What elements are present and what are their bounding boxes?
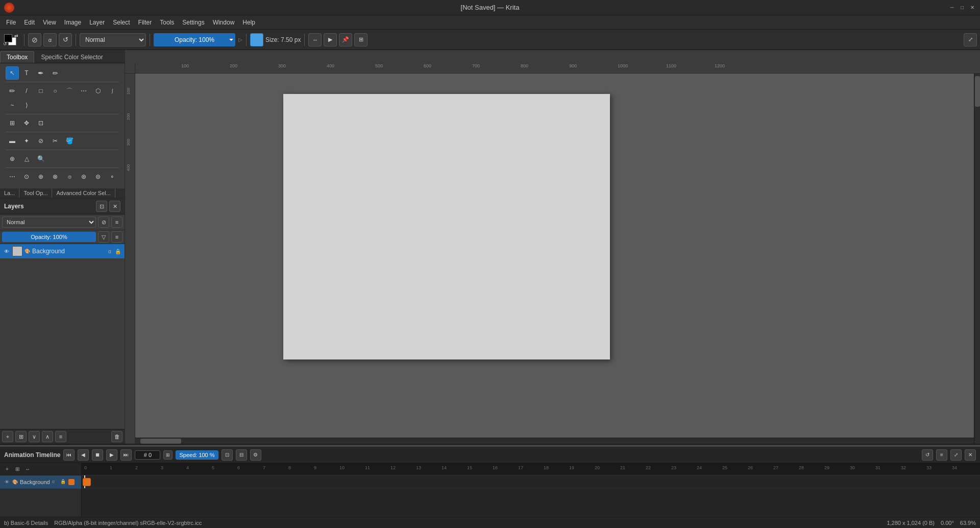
menu-edit[interactable]: Edit	[20, 17, 39, 28]
tool-move[interactable]: ✥	[20, 116, 33, 130]
canvas-viewport[interactable]	[135, 74, 980, 444]
right-scrollbar-thumb[interactable]	[975, 76, 980, 107]
mirror-h-btn[interactable]: ↔	[308, 33, 322, 46]
anim-last-btn[interactable]: ⏭	[120, 449, 132, 461]
opacity-slider[interactable]: Opacity: 100%	[154, 33, 235, 46]
tool-polyline[interactable]: ⋯	[77, 84, 90, 98]
sub-tab-layers[interactable]: La...	[0, 188, 19, 198]
layer-mode-select[interactable]: Normal	[2, 217, 96, 228]
anim-stop-btn[interactable]: ⏹	[92, 449, 103, 461]
layer-opacity-bar[interactable]: Opacity: 100%	[2, 232, 96, 242]
drawing-canvas[interactable]	[283, 94, 610, 359]
menu-layer[interactable]: Layer	[85, 17, 109, 28]
tool-brush[interactable]: ✏	[6, 84, 19, 98]
speed-display[interactable]: Speed: 100 %	[176, 450, 218, 460]
layer-opacity-menu-btn[interactable]: ▽	[98, 231, 109, 243]
tool-fill[interactable]: 🪣	[63, 134, 76, 148]
layer-move-up-btn[interactable]: ∧	[42, 431, 53, 442]
menu-filter[interactable]: Filter	[134, 17, 156, 28]
play-btn[interactable]: ▶	[324, 33, 337, 46]
brush-mode-select[interactable]: Normal	[80, 33, 146, 46]
tool-select-brush[interactable]: ∘	[106, 170, 119, 183]
anim-prev-btn[interactable]: ◀	[78, 449, 89, 461]
menu-tools[interactable]: Tools	[156, 17, 178, 28]
layer-options-btn[interactable]: ≡	[111, 231, 122, 243]
refresh-btn[interactable]: ↺	[59, 33, 72, 46]
tool-smart-patch[interactable]: ✏	[48, 66, 62, 80]
layer-delete-btn[interactable]: 🗑	[111, 431, 122, 442]
tool-rect[interactable]: □	[34, 84, 47, 98]
anim-unlink-btn[interactable]: ⊟	[236, 449, 247, 461]
foreground-color[interactable]	[4, 34, 12, 42]
frame-number-display[interactable]: # 0	[135, 450, 160, 460]
right-scrollbar[interactable]	[974, 74, 980, 444]
tool-select-shape[interactable]: ↖	[6, 66, 19, 80]
menu-select[interactable]: Select	[109, 17, 134, 28]
layer-visibility-toggle[interactable]: 👁	[3, 248, 10, 255]
bottom-scrollbar[interactable]	[135, 438, 974, 444]
tool-assistant[interactable]: △	[20, 152, 33, 165]
keyframe-background-0[interactable]	[83, 478, 91, 486]
menu-window[interactable]: Window	[209, 17, 239, 28]
close-btn[interactable]: ✕	[969, 4, 976, 11]
color-picker-btn[interactable]	[250, 33, 263, 46]
tool-freehand[interactable]: ~	[6, 99, 19, 112]
grid-btn[interactable]: ⊞	[354, 33, 368, 46]
tool-select-polygon[interactable]: ⊕	[34, 170, 47, 183]
track-scrub-btn[interactable]: ↔	[23, 465, 32, 473]
expand-btn[interactable]: ⤢	[964, 33, 977, 46]
color-swatches[interactable]: ↺ ⇄	[3, 33, 18, 46]
tool-polygon[interactable]: ⬡	[91, 84, 105, 98]
anim-clone-btn[interactable]: ⊡	[222, 449, 233, 461]
minimize-btn[interactable]: ─	[948, 4, 955, 11]
canvas-area[interactable]: 100 200 300 400 500 600 700 800 900 1000…	[125, 63, 980, 444]
tab-specific-color[interactable]: Specific Color Selector	[34, 51, 109, 63]
tool-dynamic-brush[interactable]: ⟩	[20, 99, 33, 112]
tool-ellipse[interactable]: ○	[48, 84, 62, 98]
menu-settings[interactable]: Settings	[178, 17, 208, 28]
layer-filter-btn[interactable]: ⊘	[98, 217, 109, 228]
tool-select-rect[interactable]: ⋯	[6, 170, 19, 183]
pin-btn[interactable]: 📌	[339, 33, 352, 46]
bottom-scrollbar-thumb[interactable]	[140, 439, 181, 444]
erase-btn[interactable]: ⊘	[28, 33, 41, 46]
anim-close-btn[interactable]: ✕	[965, 449, 976, 461]
anim-play-btn[interactable]: ▶	[106, 449, 117, 461]
layer-add-group-btn[interactable]: ⊞	[15, 431, 27, 442]
anim-settings-btn[interactable]: ⚙	[250, 449, 261, 461]
tool-gradient[interactable]: ▬	[6, 134, 19, 148]
tool-select-bezier[interactable]: ⊛	[77, 170, 90, 183]
tool-bezier[interactable]: ∫	[106, 84, 119, 98]
tool-line[interactable]: /	[20, 84, 33, 98]
tool-select-contiguous[interactable]: ⊗	[48, 170, 62, 183]
track-row-background[interactable]: 👁 🎨 Background α 🔒	[0, 475, 81, 489]
sub-tab-advanced-color[interactable]: Advanced Color Sel...	[52, 188, 115, 198]
restore-btn[interactable]: □	[959, 4, 966, 11]
tab-toolbox[interactable]: Toolbox	[0, 51, 34, 63]
tool-select-similar[interactable]: ⌾	[63, 170, 76, 183]
tool-select-magnetic[interactable]: ⊜	[91, 170, 105, 183]
tool-crop[interactable]: ⊡	[34, 116, 47, 130]
anim-menu-btn[interactable]: ≡	[936, 449, 947, 461]
track-vis-icon[interactable]: 👁	[3, 478, 10, 486]
tool-zoom[interactable]: 🔍	[34, 152, 47, 165]
sub-tab-tool-options[interactable]: Tool Op...	[19, 188, 52, 198]
anim-detach-btn[interactable]: ⤢	[950, 449, 962, 461]
track-add-group-btn[interactable]: ⊞	[13, 465, 21, 473]
tool-color-sampler[interactable]: ⊘	[34, 134, 47, 148]
tool-arc[interactable]: ⌒	[63, 84, 76, 98]
layers-new-window-btn[interactable]: ⊡	[96, 201, 107, 212]
layers-close-btn[interactable]: ✕	[109, 201, 120, 212]
tool-select-ellipse[interactable]: ⊙	[20, 170, 33, 183]
preserve-alpha-btn[interactable]: α	[43, 33, 57, 46]
tool-calligraphy[interactable]: ✒	[34, 66, 47, 80]
tool-multi-brush[interactable]: ✦	[20, 134, 33, 148]
layer-move-down-btn[interactable]: ∨	[29, 431, 40, 442]
tool-text[interactable]: T	[20, 66, 33, 80]
menu-help[interactable]: Help	[238, 17, 259, 28]
anim-first-btn[interactable]: ⏮	[63, 449, 75, 461]
menu-file[interactable]: File	[2, 17, 20, 28]
anim-add-frame-btn[interactable]: ⊞	[163, 450, 173, 460]
tool-measure[interactable]: ⊕	[6, 152, 19, 165]
layer-menu-btn[interactable]: ≡	[111, 217, 122, 228]
